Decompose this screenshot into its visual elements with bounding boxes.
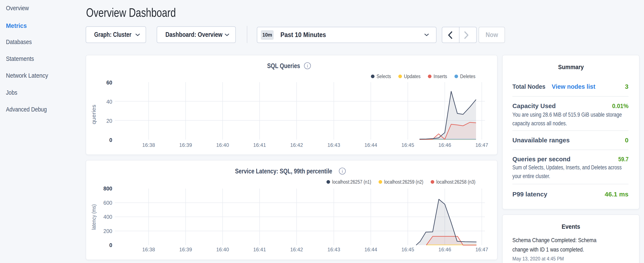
svg-text:16:46: 16:46: [438, 142, 451, 148]
svg-text:16:43: 16:43: [328, 247, 340, 252]
svg-text:0: 0: [109, 137, 112, 143]
svg-text:16:38: 16:38: [142, 247, 155, 252]
svg-text:16:39: 16:39: [179, 142, 192, 148]
svg-text:16:38: 16:38: [142, 142, 155, 148]
svg-text:i: i: [307, 63, 308, 68]
svg-text:400: 400: [103, 214, 112, 220]
svg-text:16:44: 16:44: [364, 247, 377, 252]
svg-text:16:42: 16:42: [290, 247, 303, 252]
svg-text:200: 200: [103, 228, 112, 234]
svg-text:20: 20: [106, 118, 112, 124]
svg-text:16:45: 16:45: [402, 247, 414, 252]
svg-text:40: 40: [106, 99, 112, 105]
svg-text:16:41: 16:41: [253, 142, 266, 148]
svg-text:800: 800: [103, 185, 112, 191]
svg-text:16:47: 16:47: [476, 247, 488, 252]
svg-text:i: i: [342, 169, 343, 174]
svg-text:16:39: 16:39: [179, 247, 192, 252]
svg-text:latency (ms): latency (ms): [90, 204, 97, 230]
svg-text:queries: queries: [90, 105, 97, 124]
svg-text:16:42: 16:42: [290, 142, 303, 148]
svg-text:60: 60: [106, 80, 112, 86]
svg-text:16:45: 16:45: [402, 142, 414, 148]
svg-text:localhost:26259 (n2): localhost:26259 (n2): [384, 179, 423, 185]
svg-text:Service Latency: SQL, 99th per: Service Latency: SQL, 99th percentile: [235, 167, 332, 175]
svg-text:Updates: Updates: [404, 74, 420, 79]
svg-text:16:40: 16:40: [216, 142, 229, 148]
svg-text:SQL Queries: SQL Queries: [267, 62, 300, 70]
svg-text:Selects: Selects: [376, 74, 391, 79]
svg-text:16:47: 16:47: [476, 142, 488, 148]
svg-text:0: 0: [109, 242, 112, 248]
svg-text:600: 600: [103, 200, 112, 206]
svg-text:localhost:26258 (n3): localhost:26258 (n3): [436, 179, 476, 185]
svg-text:localhost:26257 (n1): localhost:26257 (n1): [332, 179, 371, 185]
svg-text:16:41: 16:41: [253, 247, 266, 252]
svg-text:16:46: 16:46: [438, 247, 451, 252]
svg-text:Deletes: Deletes: [460, 74, 476, 79]
svg-text:16:40: 16:40: [216, 247, 229, 252]
svg-text:16:43: 16:43: [328, 142, 340, 148]
svg-text:16:44: 16:44: [364, 142, 377, 148]
svg-text:Inserts: Inserts: [434, 74, 447, 79]
